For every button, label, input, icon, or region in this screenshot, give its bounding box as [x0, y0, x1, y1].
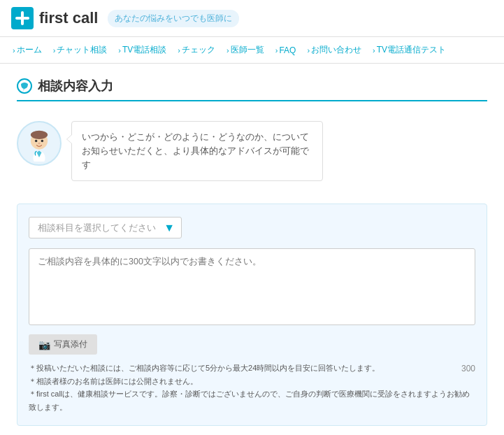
note-line-1: ＊投稿いただいた相談には、ご相談内容等に応じて5分から最大24時間以内を目安に回… [29, 362, 475, 375]
nav-item-contact[interactable]: › お問い合わせ [301, 44, 367, 56]
main-nav: › ホーム › チャット相談 › TV電話相談 › チェック › 医師一覧 › … [0, 37, 504, 64]
svg-point-8 [35, 140, 37, 142]
svg-rect-2 [15, 17, 29, 20]
nav-item-faq[interactable]: › FAQ [270, 45, 302, 55]
doctor-message-area: いつから・どこが・どのように・どうなのか、についてお知らせいただくと、より具体的… [17, 114, 487, 188]
note-line-3: ＊first callは、健康相談サービスです。診察・診断ではございませんので、… [29, 387, 475, 413]
nav-label-tvtest: TV電話通信テスト [377, 44, 446, 56]
nav-label-contact: お問い合わせ [311, 44, 361, 56]
nav-label-doctors: 医師一覧 [231, 44, 264, 56]
subject-select[interactable]: 相談科目を選択してください [29, 217, 182, 238]
section-title-bar: 相談内容入力 [17, 78, 487, 101]
logo-text: first call [39, 9, 98, 27]
chevron-icon: › [118, 46, 121, 55]
camera-icon: 📷 [38, 339, 50, 350]
notes-area: 300 ＊投稿いただいた相談には、ご相談内容等に応じて5分から最大24時間以内を… [29, 362, 475, 414]
nav-item-tv[interactable]: › TV電話相談 [113, 44, 172, 56]
content-textarea[interactable] [29, 248, 475, 325]
chevron-icon: › [373, 46, 375, 55]
doctor-avatar [17, 121, 62, 166]
nav-label-check: チェック [182, 44, 215, 56]
chevron-icon: › [226, 46, 229, 55]
chevron-icon: › [275, 46, 278, 55]
svg-point-7 [31, 131, 48, 139]
section-title-text: 相談内容入力 [38, 78, 113, 94]
note-line-2: ＊相談者様のお名前は医師には公開されません。 [29, 375, 475, 388]
chevron-icon: › [307, 46, 310, 55]
chat-bubble-icon [17, 78, 32, 94]
nav-item-chat[interactable]: › チャット相談 [48, 44, 113, 56]
nav-item-tvtest[interactable]: › TV電話通信テスト [367, 44, 452, 56]
nav-item-doctors[interactable]: › 医師一覧 [221, 44, 270, 56]
chevron-icon: › [178, 46, 180, 55]
doctor-message-bubble: いつから・どこが・どのように・どうなのか、についてお知らせいただくと、より具体的… [71, 121, 323, 181]
tagline-badge: あなたの悩みをいつでも医師に [108, 10, 239, 27]
nav-label-home: ホーム [17, 44, 42, 56]
doctor-face-svg [21, 125, 57, 162]
subject-select-wrapper: 相談科目を選択してください ▼ [29, 217, 182, 238]
doctor-message-text: いつから・どこが・どのように・どうなのか、についてお知らせいただくと、より具体的… [82, 132, 309, 170]
consultation-form-area: 相談科目を選択してください ▼ 📷 写真添付 300 ＊投稿いただいた相談には、… [17, 204, 487, 426]
photo-button-label: 写真添付 [54, 338, 87, 350]
nav-label-tv: TV電話相談 [122, 44, 166, 56]
chevron-icon: › [53, 46, 56, 55]
svg-point-10 [38, 143, 40, 145]
app-header: first call あなたの悩みをいつでも医師に [0, 0, 504, 37]
main-content: 相談内容入力 [0, 64, 504, 435]
nav-item-check[interactable]: › チェック [172, 44, 221, 56]
nav-label-chat: チャット相談 [57, 44, 107, 56]
svg-point-9 [41, 140, 43, 142]
char-count: 300 [461, 362, 475, 376]
chevron-icon: › [13, 46, 15, 55]
photo-attach-button[interactable]: 📷 写真添付 [29, 334, 97, 355]
nav-label-faq: FAQ [279, 45, 296, 55]
logo-icon [11, 7, 34, 29]
nav-item-home[interactable]: › ホーム [7, 44, 48, 56]
